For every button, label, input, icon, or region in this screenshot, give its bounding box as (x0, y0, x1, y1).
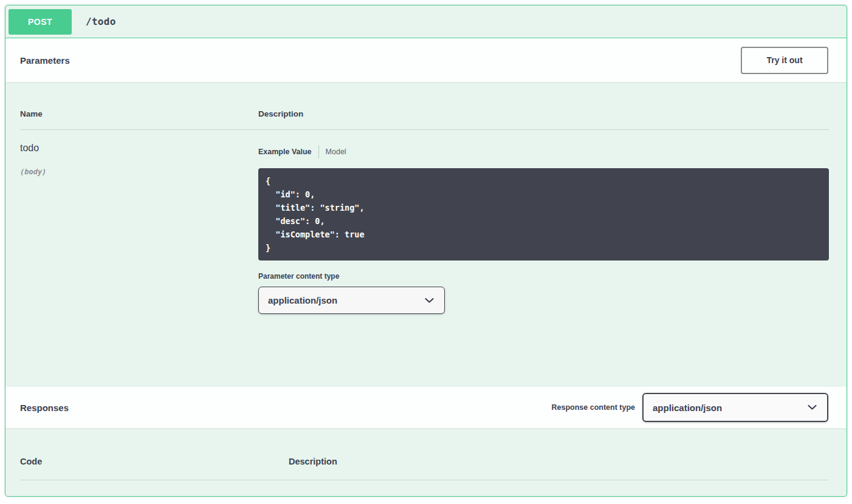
parameter-row-todo: todo (body) Example Value Model { "id": … (20, 130, 829, 314)
parameters-section-header: Parameters Try it out (5, 38, 847, 82)
http-method-badge[interactable]: POST (9, 9, 72, 35)
try-it-out-button[interactable]: Try it out (741, 47, 828, 74)
responses-title: Responses (20, 403, 69, 413)
tab-model[interactable]: Model (326, 148, 346, 156)
parameter-content-type-select[interactable]: application/json (259, 287, 444, 313)
column-header-code: Code (20, 457, 289, 466)
parameters-body: Name Description todo (body) Example Val… (5, 82, 847, 387)
parameter-content-type-select-wrap: application/json (258, 287, 445, 314)
parameter-content-type-label: Parameter content type (258, 272, 829, 281)
parameter-name: todo (20, 143, 258, 154)
tab-separator (318, 145, 319, 158)
column-header-name: Name (20, 109, 258, 118)
operation-block-post-todo: POST /todo Parameters Try it out Name De… (5, 5, 847, 497)
tab-example-value[interactable]: Example Value (258, 148, 312, 156)
operation-summary[interactable]: POST /todo (5, 5, 847, 38)
response-content-type-group: Response content type application/json (551, 393, 828, 422)
responses-section-header: Responses Response content type applicat… (5, 387, 847, 428)
response-content-type-select-wrap: application/json (642, 393, 828, 422)
parameter-location: (body) (20, 168, 258, 176)
parameter-description-cell: Example Value Model { "id": 0, "title": … (258, 143, 829, 314)
column-header-description: Description (258, 109, 829, 118)
responses-body: Code Description (5, 428, 847, 496)
parameters-table-head: Name Description (20, 82, 829, 118)
endpoint-path: /todo (86, 16, 116, 27)
example-value-code-block: { "id": 0, "title": "string", "desc": 0,… (258, 168, 829, 261)
parameters-title: Parameters (20, 55, 70, 66)
response-content-type-select[interactable]: application/json (644, 394, 827, 421)
responses-table-head: Code Description (20, 428, 829, 466)
model-example-tabs: Example Value Model (258, 145, 829, 158)
table-head-divider (20, 480, 829, 480)
column-header-description: Description (289, 457, 829, 466)
response-content-type-label: Response content type (551, 403, 635, 412)
parameter-name-cell: todo (body) (20, 143, 258, 314)
